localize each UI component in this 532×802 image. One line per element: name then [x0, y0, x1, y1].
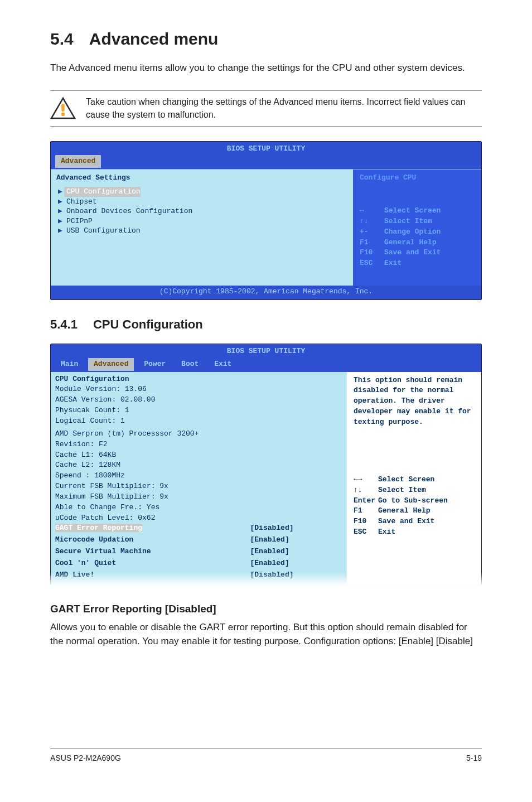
bios2-tab-power[interactable]: Power — [138, 358, 171, 371]
bios2-info-line: Logical Count: 1 — [55, 416, 342, 427]
bios2-info-line: Speend : 1800MHz — [55, 471, 342, 481]
bios2-key-desc: Exit — [378, 527, 395, 538]
bios2-info-line: Maximum FSB Multiplier: 9x — [55, 492, 342, 503]
bios2-key-row: ESCExit — [354, 527, 476, 538]
bios2-key: F1 — [354, 506, 378, 516]
bios2-info-line: AGESA Version: 02.08.00 — [55, 395, 342, 405]
bios-window-1: BIOS SETUP UTILITY Advanced Advanced Set… — [50, 141, 482, 301]
bios1-tabs: Advanced — [51, 155, 481, 169]
bios2-setting-label[interactable]: AMD Live! — [55, 570, 250, 581]
bios2-setting-value: [Enabled] — [250, 547, 342, 557]
bios2-key-row: F10Save and Exit — [354, 516, 476, 527]
bios2-info-line: CPU Configuration — [55, 374, 342, 385]
bios1-key: F10 — [360, 248, 384, 258]
bios1-menu-item-onboard[interactable]: ▶Onboard Devices Configuration — [56, 206, 347, 216]
bios2-info-line: Current FSB Multiplier: 9x — [55, 481, 342, 492]
submenu-arrow-icon: ▶ — [56, 226, 64, 236]
bios1-key: ↔ — [360, 206, 384, 216]
bios2-key: ←→ — [354, 475, 378, 485]
bios2-info-line: Cache L2: 128KM — [55, 460, 342, 471]
bios1-key: ESC — [360, 258, 384, 269]
svg-rect-0 — [61, 104, 64, 112]
bios1-menu-item-usb[interactable]: ▶USB Configuration — [56, 226, 347, 236]
bios2-setting-label: GAGT Error Reporting — [55, 524, 142, 532]
bios1-key-row: ↔Select Screen — [360, 206, 476, 216]
caution-note: Take caution when changing the settings … — [50, 86, 482, 131]
bios2-info-line: AMD Serpron (tm) Processsor 3200+ — [55, 429, 342, 439]
bios2-key-row: EnterGo to Sub-screen — [354, 496, 476, 506]
section-title-text: Advanced menu — [89, 30, 219, 48]
subsection-heading: 5.4.1CPU Configuration — [50, 316, 482, 334]
section-number: 5.4 — [50, 30, 74, 48]
bios2-key: F10 — [354, 516, 378, 527]
bios2-setting-label[interactable]: Cool 'n' Quiet — [55, 558, 250, 569]
bios2-key-desc: Select Item — [378, 485, 426, 496]
bios1-menu-item-pcipnp[interactable]: ▶PCIPnP — [56, 216, 347, 226]
bios2-help-text: This option should remain disabled for t… — [354, 375, 476, 428]
note-divider-bottom — [50, 126, 482, 127]
bios1-key-desc: Exit — [384, 258, 402, 269]
bios2-tabs: Main Advanced Power Boot Exit — [51, 358, 481, 372]
section-intro: The Advanced menu items allow you to cha… — [50, 61, 482, 75]
bios2-setting-value: [Enabled] — [250, 535, 342, 545]
bios2-info-line: Revision: F2 — [55, 439, 342, 450]
bios1-menu-item-chipset[interactable]: ▶Chipset — [56, 197, 347, 207]
submenu-arrow-icon: ▶ — [56, 187, 64, 197]
warning-icon — [50, 97, 76, 119]
bios2-setting-value: [Enabled] — [250, 558, 342, 569]
bios1-left-panel: Advanced Settings ▶CPU Configuration ▶Ch… — [51, 170, 353, 286]
bios2-key: ↑↓ — [354, 485, 378, 496]
bios2-settings-grid: GAGT Error Reporting[Disabled] Microcode… — [55, 523, 342, 580]
submenu-arrow-icon: ▶ — [56, 197, 64, 207]
bios1-key-row: F1General Help — [360, 238, 476, 248]
subsection-number: 5.4.1 — [50, 317, 78, 331]
bios2-key-desc: Save and Exit — [378, 516, 434, 527]
footer-divider — [50, 748, 482, 749]
bios1-help-text: Configure CPU — [360, 173, 476, 183]
bios1-key-desc: Select Screen — [384, 206, 441, 216]
bios2-left-panel: CPU Configuration Module Version: 13.06 … — [51, 372, 346, 585]
bios1-key: ↑↓ — [360, 216, 384, 227]
bios2-key: Enter — [354, 496, 378, 506]
bios1-menu-label: PCIPnP — [64, 216, 93, 226]
bios2-tab-boot[interactable]: Boot — [176, 358, 204, 371]
bios1-help-panel: Configure CPU ↔Select Screen ↑↓Select It… — [353, 170, 481, 286]
footer-right: 5-19 — [466, 752, 482, 764]
bios2-key-row: ←→Select Screen — [354, 475, 476, 485]
svg-point-1 — [61, 113, 65, 116]
bios-window-2: BIOS SETUP UTILITY Main Advanced Power B… — [50, 344, 482, 586]
bios1-key: F1 — [360, 238, 384, 248]
section-heading: 5.4Advanced menu — [50, 27, 482, 51]
bios2-setting-label[interactable]: Secure Virtual Machine — [55, 547, 250, 557]
bios2-setting-label[interactable]: Microcode Updation — [55, 535, 250, 545]
bios1-key-row: ↑↓Select Item — [360, 216, 476, 227]
bios2-help-panel: This option should remain disabled for t… — [346, 372, 481, 585]
bios2-setting-row[interactable]: GAGT Error Reporting — [55, 523, 250, 534]
subsection-title-text: CPU Configuration — [93, 317, 203, 331]
bios1-tab-advanced[interactable]: Advanced — [55, 155, 101, 168]
item-heading: GART Error Reporting [Disabled] — [50, 601, 482, 617]
bios1-key-row: ESCExit — [360, 258, 476, 269]
bios2-setting-value: [Disabled] — [250, 523, 342, 534]
bios1-menu-label: Onboard Devices Configuration — [64, 206, 192, 216]
page-footer: ASUS P2-M2A690G 5-19 — [50, 752, 482, 764]
bios1-key-desc: Save and Exit — [384, 248, 441, 258]
bios2-tab-exit[interactable]: Exit — [209, 358, 237, 371]
bios1-menu-label: CPU Configuration — [64, 187, 141, 197]
bios2-info-line: Module Version: 13.06 — [55, 384, 342, 395]
bios2-tab-advanced[interactable]: Advanced — [88, 358, 134, 371]
bios2-key-row: ↑↓Select Item — [354, 485, 476, 496]
bios1-menu-item-cpu-config[interactable]: ▶CPU Configuration — [56, 187, 347, 197]
bios2-key: ESC — [354, 527, 378, 538]
submenu-arrow-icon: ▶ — [56, 206, 64, 216]
bios2-info-line: Cache L1: 64KB — [55, 450, 342, 461]
bios1-key-desc: General Help — [384, 238, 437, 248]
bios2-key-desc: Go to Sub-screen — [378, 496, 448, 506]
bios2-key-desc: Select Screen — [378, 475, 434, 485]
bios2-key-desc: General Help — [378, 506, 431, 516]
item-body: Allows you to enable or disable the GART… — [50, 621, 482, 648]
bios2-info-line: Able to Change Fre.: Yes — [55, 503, 342, 513]
bios1-key-row: F10Save and Exit — [360, 248, 476, 258]
bios2-tab-main[interactable]: Main — [55, 358, 84, 371]
bios1-key-desc: Select Item — [384, 216, 432, 227]
